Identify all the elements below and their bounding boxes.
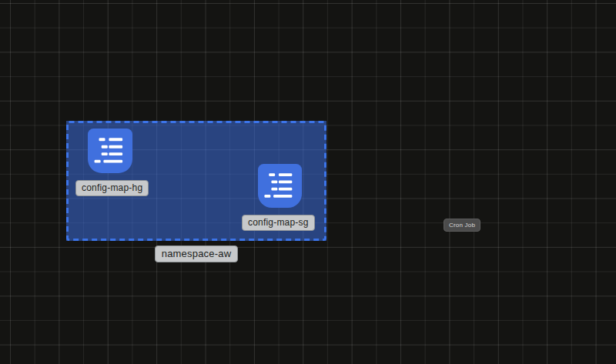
- node-label: config-map-sg: [242, 215, 315, 231]
- cron-job-chip[interactable]: Cron Job: [444, 219, 480, 232]
- node-config-map-hg[interactable]: config-map-hg: [75, 129, 156, 196]
- diagram-canvas[interactable]: config-map-hg config-map-sg: [0, 0, 616, 364]
- namespace-group-box[interactable]: config-map-hg config-map-sg: [66, 121, 326, 241]
- namespace-label: namespace-aw: [155, 245, 239, 262]
- node-config-map-sg[interactable]: config-map-sg: [242, 164, 319, 231]
- config-map-icon[interactable]: [258, 164, 302, 208]
- namespace-label-row: namespace-aw: [66, 243, 326, 262]
- config-map-icon[interactable]: [88, 129, 132, 173]
- node-label: config-map-hg: [75, 180, 149, 196]
